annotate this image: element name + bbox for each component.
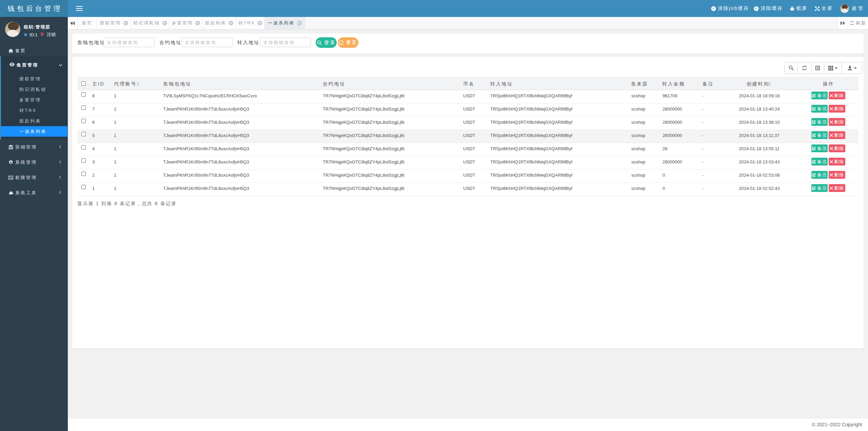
svg-text:?: ? [712, 6, 715, 10]
svg-text:?: ? [755, 6, 757, 10]
